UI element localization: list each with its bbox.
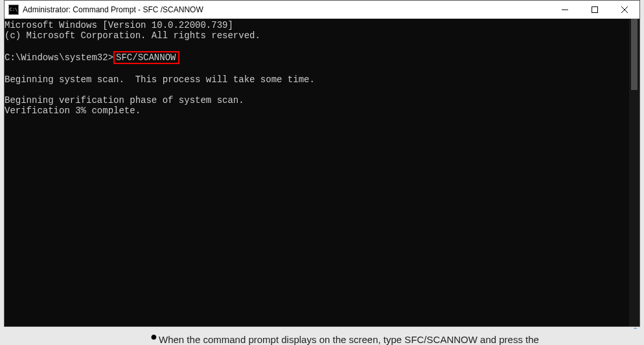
close-icon bbox=[621, 6, 628, 13]
svg-rect-1 bbox=[592, 6, 598, 12]
background-instruction-text: When the command prompt displays on the … bbox=[143, 334, 539, 345]
command-prompt-window: C:\ Administrator: Command Prompt - SFC … bbox=[4, 0, 640, 327]
minimize-icon bbox=[562, 6, 568, 13]
terminal-output[interactable]: Microsoft Windows [Version 10.0.22000.73… bbox=[5, 19, 629, 326]
minimize-button[interactable] bbox=[550, 1, 580, 18]
close-button[interactable] bbox=[610, 1, 639, 18]
scan-begin-line: Beginning system scan. This process will… bbox=[5, 74, 315, 85]
window-titlebar[interactable]: C:\ Administrator: Command Prompt - SFC … bbox=[5, 1, 639, 19]
verification-progress-line: Verification 3% complete. bbox=[5, 106, 141, 116]
verification-phase-line: Beginning verification phase of system s… bbox=[5, 95, 244, 106]
os-version-line: Microsoft Windows [Version 10.0.22000.73… bbox=[5, 20, 233, 30]
vertical-scrollbar[interactable] bbox=[629, 19, 639, 326]
prompt-path: C:\Windows\system32> bbox=[5, 52, 113, 63]
cmd-icon: C:\ bbox=[8, 5, 19, 15]
copyright-line: (c) Microsoft Corporation. All rights re… bbox=[5, 30, 260, 41]
terminal-area: Microsoft Windows [Version 10.0.22000.73… bbox=[5, 19, 639, 326]
window-title: Administrator: Command Prompt - SFC /SCA… bbox=[23, 5, 550, 14]
window-controls bbox=[550, 1, 639, 18]
scrollbar-thumb[interactable] bbox=[631, 19, 638, 90]
maximize-button[interactable] bbox=[580, 1, 610, 18]
highlighted-command: SFC/SCANNOW bbox=[113, 51, 179, 64]
maximize-icon bbox=[592, 6, 598, 13]
